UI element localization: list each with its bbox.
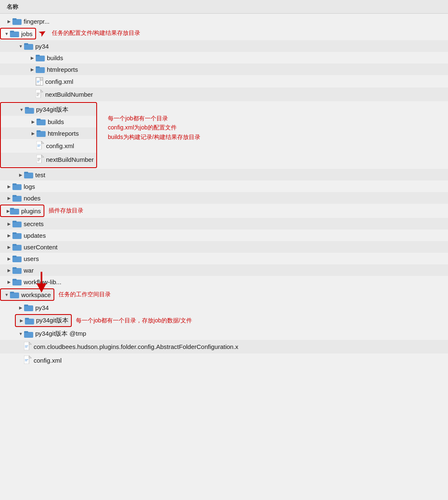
folder-icon <box>24 304 33 311</box>
list-item[interactable]: users <box>0 253 448 264</box>
svg-rect-16 <box>36 90 41 98</box>
list-item[interactable]: py34 <box>0 302 448 313</box>
list-item[interactable]: fingerpr... <box>0 15 448 27</box>
item-label: py34git版本 <box>36 106 68 114</box>
toggle-icon[interactable] <box>3 291 10 298</box>
toggle-icon[interactable] <box>30 118 37 125</box>
item-label: config.xml <box>46 142 74 149</box>
svg-rect-24 <box>37 120 46 125</box>
list-item[interactable]: config.xml <box>0 354 448 367</box>
toggle-icon[interactable] <box>6 244 12 250</box>
list-item[interactable]: war <box>0 264 448 276</box>
toggle-icon[interactable] <box>18 107 25 113</box>
toggle-icon[interactable] <box>6 278 12 285</box>
ws-py34git-item[interactable]: py34git版本 <box>16 315 71 326</box>
svg-rect-26 <box>37 131 46 137</box>
folder-icon <box>10 291 19 298</box>
folder-icon <box>12 255 22 262</box>
svg-rect-47 <box>12 222 22 227</box>
svg-rect-19 <box>37 93 40 93</box>
toggle-icon[interactable] <box>6 195 12 201</box>
item-label: htmlreports <box>48 130 79 137</box>
toggle-icon[interactable] <box>17 171 24 178</box>
svg-rect-32 <box>37 146 40 146</box>
toggle-icon[interactable] <box>6 220 12 227</box>
folder-icon <box>36 54 45 61</box>
svg-rect-0 <box>12 19 22 25</box>
list-item[interactable]: py34git版本 @tmp <box>0 328 448 340</box>
toggle-icon[interactable] <box>30 130 37 137</box>
list-item[interactable]: com.cloudbees.hudson.plugins.folder.conf… <box>0 340 448 354</box>
toggle-icon[interactable] <box>6 232 12 239</box>
folder-icon <box>25 106 34 114</box>
item-label: secrets <box>24 220 44 227</box>
plugins-row: plugins 插件存放目录 <box>0 205 448 217</box>
item-label: htmlreports <box>47 66 78 73</box>
list-item[interactable]: htmlreports <box>0 63 448 75</box>
workspace-arrow-container <box>33 272 50 293</box>
toggle-icon[interactable] <box>3 30 10 37</box>
svg-rect-57 <box>12 280 22 285</box>
list-item[interactable]: test <box>0 169 448 180</box>
svg-rect-49 <box>12 233 22 239</box>
toggle-icon[interactable] <box>3 207 10 214</box>
list-item[interactable]: builds <box>1 116 96 127</box>
list-item[interactable]: py34git版本 <box>1 104 96 116</box>
item-label: py34git版本 @tmp <box>35 330 86 338</box>
svg-rect-63 <box>24 305 33 311</box>
toggle-icon[interactable] <box>6 267 12 273</box>
item-label: config.xml <box>45 78 73 85</box>
svg-rect-25 <box>37 119 41 120</box>
toggle-icon[interactable] <box>29 54 36 61</box>
list-item[interactable]: workflow-lib... <box>0 276 448 288</box>
xml-file-icon <box>24 342 32 351</box>
svg-rect-56 <box>12 267 17 269</box>
list-item[interactable]: htmlreports <box>1 127 96 139</box>
folder-icon <box>12 17 22 25</box>
item-label: users <box>24 255 39 262</box>
list-item[interactable]: userContent <box>0 241 448 253</box>
folder-icon <box>12 183 22 190</box>
item-label: builds <box>47 54 63 61</box>
list-item[interactable]: nextBuildNumber <box>1 153 96 166</box>
list-item[interactable]: py34 <box>0 40 448 52</box>
xml-file-icon <box>37 141 44 151</box>
toggle-icon[interactable] <box>6 18 12 24</box>
item-label: war <box>24 267 34 274</box>
file-explorer: 名称 fingerpr... <box>0 0 448 369</box>
toggle-icon[interactable] <box>6 183 12 190</box>
svg-rect-67 <box>24 332 33 338</box>
list-item[interactable]: secrets <box>0 218 448 229</box>
folder-icon <box>24 330 33 338</box>
svg-rect-40 <box>24 172 28 173</box>
list-item[interactable]: config.xml <box>1 139 96 153</box>
plugins-annotation: 插件存放目录 <box>49 207 83 215</box>
toggle-icon[interactable] <box>18 317 25 324</box>
item-label: com.cloudbees.hudson.plugins.folder.conf… <box>34 343 239 350</box>
list-item[interactable]: nodes <box>0 192 448 204</box>
file-tree: fingerpr... jobs ➤ <box>0 14 448 369</box>
svg-rect-55 <box>12 268 22 274</box>
jobs-item[interactable]: jobs <box>1 29 35 39</box>
toggle-icon[interactable] <box>17 43 24 49</box>
item-label: config.xml <box>34 357 62 364</box>
folder-icon <box>12 194 22 202</box>
list-item[interactable]: config.xml <box>0 75 448 88</box>
toggle-icon[interactable] <box>29 66 36 73</box>
svg-rect-31 <box>37 145 41 145</box>
txt-file-icon <box>37 155 44 164</box>
folder-icon <box>24 171 33 178</box>
list-item[interactable]: updates <box>0 229 448 241</box>
svg-rect-38 <box>37 161 39 161</box>
svg-rect-72 <box>25 346 28 346</box>
svg-rect-4 <box>24 44 33 50</box>
list-item[interactable]: nextBuildNumber <box>0 88 448 101</box>
toggle-icon[interactable] <box>17 331 24 337</box>
ws-py34git-annotation: 每一个job都有一个目录，存放job的数据/文件 <box>76 317 192 324</box>
plugins-item[interactable]: plugins <box>1 206 44 216</box>
toggle-icon[interactable] <box>6 255 12 262</box>
toggle-icon[interactable] <box>17 304 24 311</box>
svg-rect-52 <box>12 244 17 246</box>
list-item[interactable]: logs <box>0 180 448 192</box>
list-item[interactable]: builds <box>0 52 448 63</box>
